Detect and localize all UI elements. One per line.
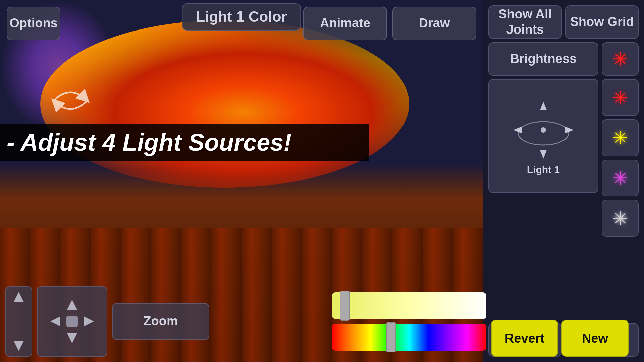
brightness-slider[interactable] <box>332 292 486 319</box>
svg-marker-1 <box>540 102 547 110</box>
svg-marker-8 <box>67 300 77 310</box>
svg-marker-10 <box>50 316 60 326</box>
light-white-button[interactable]: ✳ <box>602 200 639 237</box>
bottom-right-actions: Revert New <box>491 286 639 357</box>
svg-marker-4 <box>565 127 574 133</box>
down-arrow-icon <box>10 336 27 353</box>
zoom-label: Zoom <box>143 314 178 329</box>
rotate-arrows <box>44 80 97 121</box>
svg-point-5 <box>541 127 546 133</box>
bottom-left-controls: Zoom <box>5 286 327 357</box>
svg-marker-6 <box>14 292 24 302</box>
light-color-label: Light 1 Color <box>196 8 287 25</box>
svg-point-0 <box>518 122 569 145</box>
bottom-action-row: Revert New <box>491 320 639 357</box>
zoom-button[interactable]: Zoom <box>112 303 209 340</box>
new-button[interactable]: New <box>561 320 629 357</box>
svg-marker-3 <box>513 127 522 133</box>
light-magenta-icon: ✳ <box>612 167 628 189</box>
bottom-center-controls <box>332 286 486 357</box>
top-right-buttons: Animate Draw <box>303 7 476 40</box>
show-grid-button[interactable]: Show Grid <box>565 5 639 39</box>
brightness-icon-button[interactable]: ✳ <box>602 42 639 76</box>
svg-rect-12 <box>66 316 78 327</box>
options-label: Options <box>9 16 58 31</box>
sun-red-icon: ✳ <box>612 48 628 70</box>
svg-marker-9 <box>67 333 77 343</box>
revert-label: Revert <box>505 331 544 346</box>
revert-button[interactable]: Revert <box>491 320 558 357</box>
svg-marker-7 <box>14 341 24 351</box>
brightness-label: Brightness <box>510 51 577 67</box>
light1-label: Light 1 <box>527 164 560 176</box>
fourdir-button[interactable] <box>37 286 107 357</box>
light-red-button[interactable]: ✳ <box>602 79 639 116</box>
headline-bar: - Adjust 4 Light Sources! <box>0 124 369 161</box>
brightness-thumb[interactable] <box>340 291 350 321</box>
light-yellow-button[interactable]: ✳ <box>602 119 639 156</box>
brightness-button[interactable]: Brightness <box>488 42 598 76</box>
up-arrow-icon <box>10 290 27 307</box>
panel-row-brightness: Brightness ✳ <box>488 42 639 76</box>
new-label: New <box>582 331 608 346</box>
svg-marker-2 <box>540 150 547 159</box>
animate-button[interactable]: Animate <box>303 7 387 40</box>
light-white-icon: ✳ <box>612 207 628 229</box>
draw-button[interactable]: Draw <box>392 7 476 40</box>
options-button[interactable]: Options <box>7 7 60 40</box>
updown-button[interactable] <box>5 286 32 357</box>
headline-text: - Adjust 4 Light Sources! <box>7 129 291 156</box>
svg-marker-11 <box>84 316 94 326</box>
bottom-controls: Zoom Revert New <box>0 282 644 362</box>
light-magenta-button[interactable]: ✳ <box>602 160 639 196</box>
light-yellow-icon: ✳ <box>612 127 628 149</box>
hue-thumb[interactable] <box>386 322 396 352</box>
light-red-icon: ✳ <box>612 87 628 109</box>
fourdir-arrows-svg <box>47 296 97 347</box>
light-direction-controller[interactable]: Light 1 <box>488 79 598 193</box>
animate-label: Animate <box>320 16 370 31</box>
light-color-tooltip: Light 1 Color <box>182 3 301 31</box>
draw-label: Draw <box>419 16 450 31</box>
direction-arrows-svg <box>510 97 577 164</box>
hue-slider[interactable] <box>332 324 486 351</box>
panel-row-1: Show All Joints Show Grid <box>488 5 639 39</box>
show-all-joints-button[interactable]: Show All Joints <box>488 5 562 39</box>
show-grid-label: Show Grid <box>570 14 634 30</box>
show-all-joints-label: Show All Joints <box>492 7 558 37</box>
